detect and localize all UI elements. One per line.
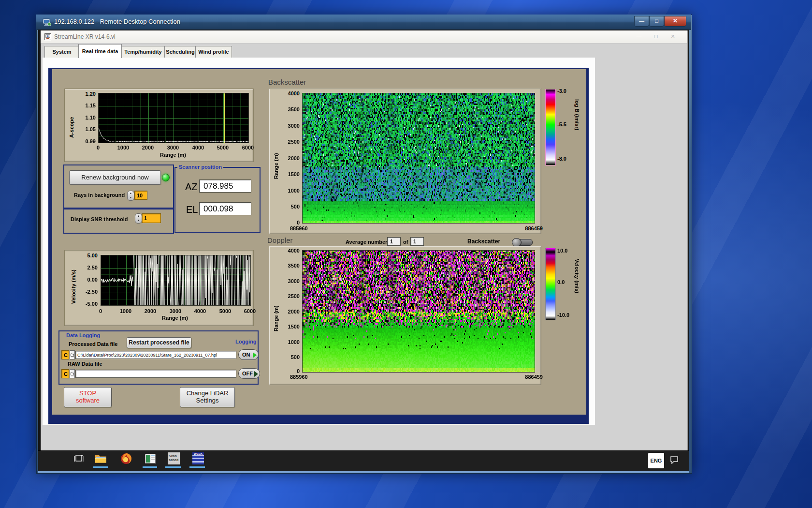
rdp-minimize-button[interactable]: — xyxy=(634,16,649,27)
streamline-minimize-button[interactable]: — xyxy=(632,32,646,41)
doppler-cb-tick: 0.0 xyxy=(557,279,565,285)
backscatter-cb-label: log B (/m/sr) xyxy=(574,99,580,157)
doppler-ytick: 0 xyxy=(280,368,300,374)
average-number-field[interactable]: 1 xyxy=(387,237,401,246)
toggle-arrow-icon xyxy=(254,371,258,377)
velocity-xtick: 6000 xyxy=(239,308,261,314)
doppler-cb-label: Velocity (m/s) xyxy=(574,259,580,317)
ascope-xtick: 3000 xyxy=(162,145,184,150)
restart-processed-file-button[interactable]: Restart processed file xyxy=(127,337,191,348)
velocity-ytick: -5.00 xyxy=(76,301,98,307)
doppler-ytick: 3500 xyxy=(280,263,300,269)
ascope-xtick: 2000 xyxy=(137,145,159,150)
backscatter-x-right: 886459 xyxy=(509,225,543,231)
snr-spinner[interactable]: ▲ ▼ xyxy=(135,213,142,224)
taskbar-bottom-edge xyxy=(38,471,689,473)
backscatter-ytick: 1500 xyxy=(280,171,300,177)
change-lidar-settings-button[interactable]: Change LiDAR Settings xyxy=(180,387,235,407)
average-total-field[interactable]: 1 xyxy=(410,237,424,246)
increment-icon[interactable]: ▲ xyxy=(130,192,132,194)
raw-path-field[interactable] xyxy=(75,370,236,378)
backscatter-title: Backscatter xyxy=(268,78,306,86)
tab-wind-profile[interactable]: Wind profile xyxy=(195,46,232,59)
velocity-ytick: 5.00 xyxy=(76,253,98,258)
rdp-maximize-button[interactable]: □ xyxy=(649,16,664,27)
velocity-xtick: 3000 xyxy=(165,308,186,314)
processed-browse-button[interactable] xyxy=(70,350,75,359)
language-indicator[interactable]: ENG xyxy=(648,453,664,468)
file-explorer-icon[interactable] xyxy=(95,453,107,464)
rays-value-field[interactable]: 10 xyxy=(134,191,147,200)
backscatter-display-toggle[interactable] xyxy=(512,239,533,246)
decrement-icon[interactable]: ▼ xyxy=(130,196,132,199)
streamline-close-button[interactable]: ✕ xyxy=(666,32,680,41)
el-value-field: 000.098 xyxy=(199,202,251,215)
data-logging-title: Data Logging xyxy=(66,332,100,338)
velocity-xtick: 1000 xyxy=(115,308,136,314)
taskbar-running-indicator xyxy=(189,466,205,468)
raw-logging-toggle[interactable]: OFF xyxy=(238,368,260,379)
tab-scheduling[interactable]: Scheduling xyxy=(164,46,196,59)
raw-data-file-label: RAW Data file xyxy=(68,361,102,367)
ascope-plot xyxy=(98,93,249,143)
ascope-ylabel: A-scope xyxy=(69,99,74,138)
stop-software-button[interactable]: STOP software xyxy=(64,387,112,407)
change-button-line2: Settings xyxy=(180,397,234,404)
of-label: of xyxy=(403,239,408,245)
week-icon-text: WEEK xyxy=(192,452,204,455)
firefox-icon[interactable] xyxy=(120,453,132,464)
desktop-background: 192.168.0.122 - Remote Desktop Connectio… xyxy=(0,0,812,508)
backscatter-ytick: 3000 xyxy=(280,123,300,129)
velocity-xtick: 5000 xyxy=(215,308,236,314)
decrement-icon[interactable]: ▼ xyxy=(137,219,140,222)
backscatter-ytick: 1000 xyxy=(280,188,300,194)
doppler-ytick: 2500 xyxy=(280,293,300,299)
backscatter-cb-tick: -3.0 xyxy=(557,88,566,94)
tab-temp-humidity[interactable]: Temp/humidity xyxy=(121,46,165,59)
notification-bubble-icon[interactable] xyxy=(670,456,679,464)
task-view-icon[interactable] xyxy=(74,454,84,463)
rdp-window-title: 192.168.0.122 - Remote Desktop Connectio… xyxy=(54,18,180,25)
snr-value-field[interactable]: 1 xyxy=(142,213,161,223)
vi-icon xyxy=(44,33,51,40)
backscatter-ylabel: Range (m) xyxy=(273,140,279,179)
ascope-xtick: 0 xyxy=(87,145,109,150)
toggle-arrow-icon xyxy=(253,352,257,358)
az-label: AZ xyxy=(185,181,198,193)
scan-scheduler-icon[interactable]: Scan sched xyxy=(168,452,180,464)
ascope-ytick: 1.05 xyxy=(76,126,96,132)
processed-drive-button[interactable]: C xyxy=(61,350,69,359)
processed-path-field[interactable]: C:\Lidar\Data\Proc\2023\202309\20230911\… xyxy=(75,351,236,359)
raw-drive-button[interactable]: C xyxy=(61,369,69,378)
stop-button-line2: software xyxy=(64,397,111,404)
streamline-maximize-button[interactable]: □ xyxy=(649,32,663,41)
week-schedule-icon[interactable]: WEEK xyxy=(192,452,204,464)
increment-icon[interactable]: ▲ xyxy=(137,214,140,217)
streamline-titlebar[interactable] xyxy=(41,30,687,44)
running-app-icon[interactable] xyxy=(145,454,156,463)
folder-browse-icon xyxy=(70,370,74,378)
el-label: EL xyxy=(186,204,198,215)
doppler-title: Doppler xyxy=(267,236,293,244)
raw-browse-button[interactable] xyxy=(70,369,75,378)
doppler-ytick: 2000 xyxy=(280,309,300,314)
velocity-xtick: 0 xyxy=(90,308,111,314)
backscatter-cb-tick: -8.0 xyxy=(557,156,566,162)
ascope-xlabel: Range (m) xyxy=(149,152,197,158)
doppler-ytick: 4000 xyxy=(280,248,300,254)
doppler-ytick: 1500 xyxy=(280,324,300,329)
rdp-close-button[interactable]: ✕ xyxy=(664,16,686,27)
rays-spinner[interactable]: ▲ ▼ xyxy=(127,191,134,201)
processed-logging-toggle[interactable]: ON xyxy=(238,349,259,360)
scanner-position-box xyxy=(174,167,261,233)
tab-system-setup[interactable]: System setup xyxy=(44,46,79,59)
logging-label: Logging xyxy=(235,339,256,344)
velocity-xlabel: Range (m) xyxy=(151,315,199,321)
renew-background-button[interactable]: Renew background now xyxy=(69,170,161,185)
tab-real-time-data[interactable]: Real time data xyxy=(78,44,122,58)
backscatter-ytick: 3500 xyxy=(280,106,300,112)
doppler-x-right: 886459 xyxy=(509,374,543,380)
ascope-xtick: 6000 xyxy=(237,145,259,150)
ascope-ytick: 0.99 xyxy=(76,138,96,144)
scan-icon-text1: Scan xyxy=(169,454,180,458)
